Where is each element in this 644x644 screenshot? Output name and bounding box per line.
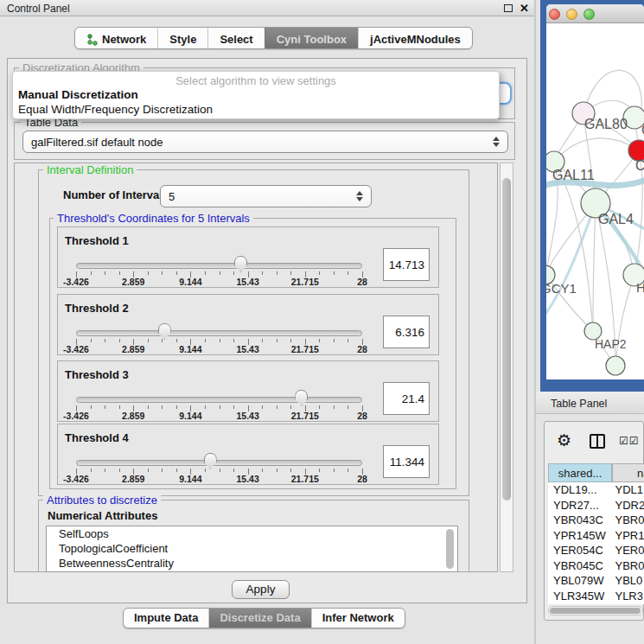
slider-tick xyxy=(119,469,120,472)
settings-scrollbar-thumb[interactable] xyxy=(502,178,511,501)
attributes-list-scrollbar[interactable] xyxy=(446,529,454,569)
cell-shared-name: YLR345W xyxy=(548,590,608,603)
slider-tick xyxy=(233,469,234,472)
slider-tick-label: 15.43 xyxy=(236,344,258,354)
column-header-shared-name[interactable]: shared... xyxy=(548,463,612,482)
close-icon[interactable]: ✕ xyxy=(520,2,529,15)
cell-name: YBR0 xyxy=(608,513,644,526)
network-node[interactable] xyxy=(606,356,625,375)
tab-style[interactable]: Style xyxy=(157,28,207,49)
slider-tick xyxy=(162,271,163,275)
tab-discretize-data[interactable]: Discretize Data xyxy=(208,609,310,628)
tab-impute-data[interactable]: Impute Data xyxy=(124,609,208,628)
slider-tick xyxy=(277,405,277,409)
zoom-traffic-light-icon[interactable] xyxy=(583,9,595,20)
cell-shared-name: YDR27... xyxy=(548,499,608,512)
threshold-slider-track[interactable] xyxy=(76,460,362,466)
network-canvas[interactable]: GAL80GAL11GAL4GCY1HHAP2GAC xyxy=(546,23,644,379)
minimize-traffic-light-icon[interactable] xyxy=(566,9,577,20)
attribute-list-item[interactable]: BetweennessCentrality xyxy=(47,556,457,571)
attribute-list-item[interactable]: SelfLoops xyxy=(47,526,457,541)
table-row[interactable]: YBL079WYBL0 xyxy=(548,573,644,589)
table-row[interactable]: YBR043CYBR0 xyxy=(548,513,644,528)
cell-name: YLR3 xyxy=(608,590,644,603)
cell-name: YBL0 xyxy=(608,574,644,587)
slider-tick xyxy=(220,271,220,275)
table-row[interactable]: YPR145WYPR1 xyxy=(548,528,644,544)
threshold-slider-track[interactable] xyxy=(76,263,362,269)
cell-name: YER0 xyxy=(608,544,644,557)
attribute-list-item[interactable]: TopologicalCoefficient xyxy=(47,541,457,556)
table-horizontal-scrollbar[interactable] xyxy=(548,606,643,615)
threshold-value-field[interactable]: 6.316 xyxy=(383,316,430,348)
table-row[interactable]: YDL19...YDL1 xyxy=(548,482,644,498)
algorithm-dropdown-hint: Select algorithm to view settings xyxy=(13,72,499,87)
apply-button[interactable]: Apply xyxy=(232,580,290,599)
slider-tick xyxy=(176,469,177,472)
select-columns-checkboxes-icon[interactable]: ☑☑ xyxy=(619,435,640,447)
float-window-icon[interactable] xyxy=(504,4,513,12)
slider-tick xyxy=(148,339,149,342)
table-body: YDL19...YDL1YDR27...YDR2YBR043CYBR0YPR14… xyxy=(548,482,644,604)
settings-vertical-scrollbar[interactable] xyxy=(500,163,513,572)
threshold-slider-thumb[interactable] xyxy=(204,453,217,469)
column-view-icon[interactable] xyxy=(590,434,605,449)
slider-tick-label: 21.715 xyxy=(291,344,319,354)
node-label: HAP2 xyxy=(595,337,627,351)
slider-tick xyxy=(262,405,263,409)
threshold-value-field[interactable]: 14.713 xyxy=(383,248,430,281)
threshold-box-3: Threshold 3-3.4262.8599.14415.4321.71528… xyxy=(57,360,439,422)
slider-tick xyxy=(233,271,234,275)
tab-infer-network[interactable]: Infer Network xyxy=(311,609,405,628)
slider-tick xyxy=(220,339,220,342)
slider-tick xyxy=(205,405,206,409)
cell-shared-name: YPR145W xyxy=(548,529,608,542)
algorithm-option[interactable]: Equal Width/Frequency Discretization xyxy=(13,102,499,117)
threshold-slider-thumb[interactable] xyxy=(295,390,308,406)
table-hscrollbar-thumb[interactable] xyxy=(550,608,641,614)
cell-name: YDR2 xyxy=(608,499,644,512)
cyni-bottom-tab-bar: Impute DataDiscretize DataInfer Network xyxy=(123,608,405,628)
slider-tick xyxy=(176,339,177,342)
slider-tick xyxy=(334,339,335,342)
slider-tick xyxy=(334,271,335,275)
slider-tick xyxy=(277,271,277,275)
tab-label: Cyni Toolbox xyxy=(277,33,347,46)
close-traffic-light-icon[interactable] xyxy=(549,9,560,20)
slider-tick xyxy=(233,339,234,342)
slider-tick xyxy=(148,271,149,275)
table-data-combobox[interactable]: galFiltered.sif default node xyxy=(22,131,508,153)
column-header-name[interactable]: na xyxy=(612,463,644,482)
threshold-slider-thumb[interactable] xyxy=(234,256,247,272)
number-of-intervals-combobox[interactable]: 5 xyxy=(160,185,372,207)
node-label: GCY1 xyxy=(546,281,577,296)
table-row[interactable]: YBR045CYBR0 xyxy=(548,558,644,574)
gear-icon[interactable]: ⚙ xyxy=(557,432,571,449)
attributes-group-title: Attributes to discretize xyxy=(43,494,161,507)
slider-tick-label: -3.426 xyxy=(63,344,89,354)
threshold-slider-thumb[interactable] xyxy=(158,323,171,340)
node-label: GAL11 xyxy=(552,168,595,182)
table-row[interactable]: YER054CYER0 xyxy=(548,543,644,558)
tab-jactivemnodules[interactable]: jActiveMNodules xyxy=(358,28,472,49)
algorithm-option[interactable]: Manual Discretization xyxy=(13,87,499,102)
slider-tick-label: 21.715 xyxy=(291,474,319,484)
slider-tick xyxy=(233,405,234,409)
node-label: H xyxy=(636,280,644,295)
table-row[interactable]: YLR345WYLR3 xyxy=(548,589,644,604)
numerical-attributes-list[interactable]: SelfLoopsTopologicalCoefficientBetweenne… xyxy=(46,526,458,572)
tab-network[interactable]: Network xyxy=(75,28,157,49)
tab-label: Select xyxy=(220,33,252,46)
table-row[interactable]: YIL052CYIL0 xyxy=(548,603,644,604)
threshold-value-field[interactable]: 11.344 xyxy=(383,445,430,478)
threshold-value-field[interactable]: 21.4 xyxy=(383,382,430,415)
algorithm-dropdown-items: Manual DiscretizationEqual Width/Frequen… xyxy=(13,87,499,117)
slider-tick xyxy=(119,339,120,342)
slider-tick xyxy=(91,339,92,342)
tab-cyni-toolbox[interactable]: Cyni Toolbox xyxy=(265,28,358,49)
network-window-titlebar[interactable] xyxy=(546,4,644,23)
threshold-slider-track[interactable] xyxy=(76,397,362,403)
threshold-slider-track[interactable] xyxy=(76,330,362,336)
tab-select[interactable]: Select xyxy=(207,28,264,49)
table-row[interactable]: YDR27...YDR2 xyxy=(548,498,644,513)
